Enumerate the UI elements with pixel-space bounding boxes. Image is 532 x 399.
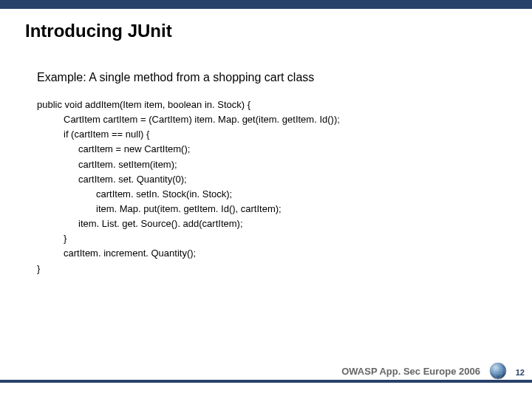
code-line: cartItem. setItem(item); (37, 157, 502, 172)
code-line: } (37, 262, 502, 276)
example-heading: Example: A single method from a shopping… (37, 71, 502, 84)
code-line: cartItem. increment. Quantity(); (37, 246, 502, 261)
code-line: } (37, 231, 502, 246)
footer-text: OWASP App. Sec Europe 2006 (341, 366, 480, 377)
bottom-accent-bar (0, 380, 532, 383)
slide: Introducing JUnit Example: A single meth… (0, 0, 532, 399)
slide-content: Example: A single method from a shopping… (37, 71, 502, 276)
code-line: cartItem. setIn. Stock(in. Stock); (37, 187, 502, 202)
top-accent-bar (0, 0, 532, 9)
code-line: cartItem. set. Quantity(0); (37, 172, 502, 187)
code-line: if (cartItem == null) { (37, 127, 502, 142)
globe-icon (489, 362, 507, 380)
page-number: 12 (516, 368, 525, 377)
slide-title: Introducing JUnit (25, 21, 172, 41)
code-line: item. Map. put(item. getItem. Id(), cart… (37, 202, 502, 216)
code-block: public void addItem(Item item, boolean i… (37, 98, 502, 276)
code-line: cartItem = new CartItem(); (37, 142, 502, 157)
code-line: CartItem cartItem = (CartItem) item. Map… (37, 112, 502, 127)
code-line: item. List. get. Source(). add(cartItem)… (37, 216, 502, 231)
code-line: public void addItem(Item item, boolean i… (37, 98, 502, 112)
